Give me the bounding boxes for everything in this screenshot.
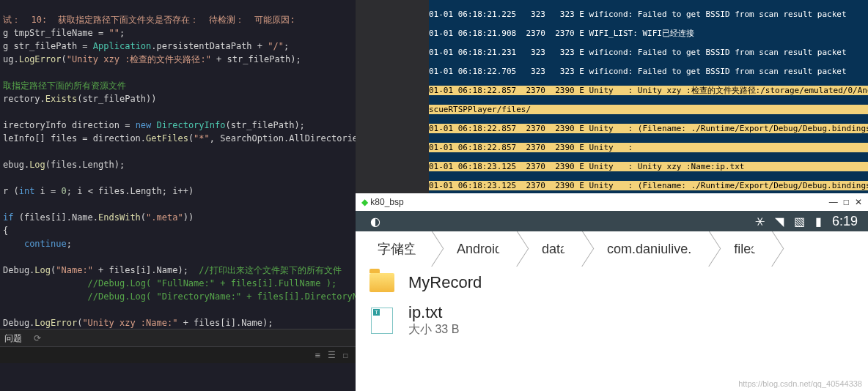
log-line-highlight: 01-01 06:18:23.125 2370 2390 E Unity : U… [429,162,868,171]
tab-problems[interactable]: 问题 [4,332,22,345]
breadcrumb-item[interactable]: Android [435,231,520,267]
breadcrumb: 字储空 Android data com.daniulive.l files [356,231,868,267]
wifi-icon: ◥ [775,215,784,228]
emulator-window: ◆ k80_bsp — □ ✕ ◐ ⚹ ◥ ▧ ▮ 6:19 字储空 Andro… [356,193,868,391]
breadcrumb-item[interactable]: files [712,231,775,267]
minimize-icon[interactable]: — [829,197,838,207]
log-line-highlight: 01-01 06:18:22.857 2370 2390 E Unity : [429,143,868,152]
breadcrumb-item[interactable]: 字储空 [356,231,435,267]
close-icon[interactable]: ✕ [855,197,862,207]
android-icon: ◆ [361,197,368,207]
toolbar-icon[interactable]: ☐ [343,350,348,360]
file-list: MyRecord ip.txt 大小 33 B [356,267,868,391]
file-name: ip.txt [408,303,459,322]
log-line: 01-01 06:18:21.231 323 323 E wificond: F… [429,48,868,57]
log-line: 01-01 06:18:22.705 323 323 E wificond: F… [429,67,868,76]
watermark: https://blog.csdn.net/qq_40544338 [738,379,862,388]
clock-text: 6:19 [832,214,858,229]
bottom-panel-tabs: 问题 ⟳ [0,329,356,347]
toolbar-icon[interactable]: ☰ [328,350,336,360]
breadcrumb-item[interactable]: com.daniulive.l [585,231,712,267]
window-titlebar[interactable]: ◆ k80_bsp — □ ✕ [356,193,868,211]
log-line-highlight: 01-01 06:18:22.857 2370 2390 E Unity : U… [429,86,868,95]
battery-icon: ▮ [815,215,822,228]
text-file-icon [369,309,395,332]
refresh-icon[interactable]: ⟳ [34,333,41,343]
toolbar-icon[interactable]: ≡ [315,350,320,360]
log-line: 01-01 06:18:21.908 2370 2370 E WIFI_LIST… [429,29,868,38]
maximize-icon[interactable]: □ [844,197,849,207]
code-editor[interactable]: 试： 10: 获取指定路径下面文件夹是否存在： 待检测： 可能原因: g tmp… [0,0,356,391]
log-panel[interactable]: 01-01 06:18:21.225 323 323 E wificond: F… [429,0,868,194]
log-line-highlight: 01-01 06:18:23.125 2370 2390 E Unity : (… [429,181,868,190]
signal-icon: ▧ [794,215,805,228]
android-status-bar: ◐ ⚹ ◥ ▧ ▮ 6:19 [356,211,868,231]
list-item[interactable]: ip.txt 大小 33 B [356,299,868,342]
log-line: 01-01 06:18:21.225 323 323 E wificond: F… [429,10,868,19]
file-size: 大小 33 B [408,322,459,338]
code-line: 试： 10: 获取指定路径下面文件夹是否存在： 待检测： 可能原因: [3,15,295,25]
toolbar: ≡ ☰ ☐ [0,346,356,363]
list-item[interactable]: MyRecord [356,267,868,299]
window-title: k80_bsp [370,197,403,207]
folder-name: MyRecord [408,273,482,292]
breadcrumb-item[interactable]: data [520,231,585,267]
log-line-highlight: scueRTSPPlayer/files/ [429,105,868,114]
folder-icon [369,271,395,294]
bluetooth-icon: ⚹ [755,215,765,228]
log-line-highlight: 01-01 06:18:22.857 2370 2390 E Unity : (… [429,124,868,133]
loading-icon: ◐ [370,215,380,228]
